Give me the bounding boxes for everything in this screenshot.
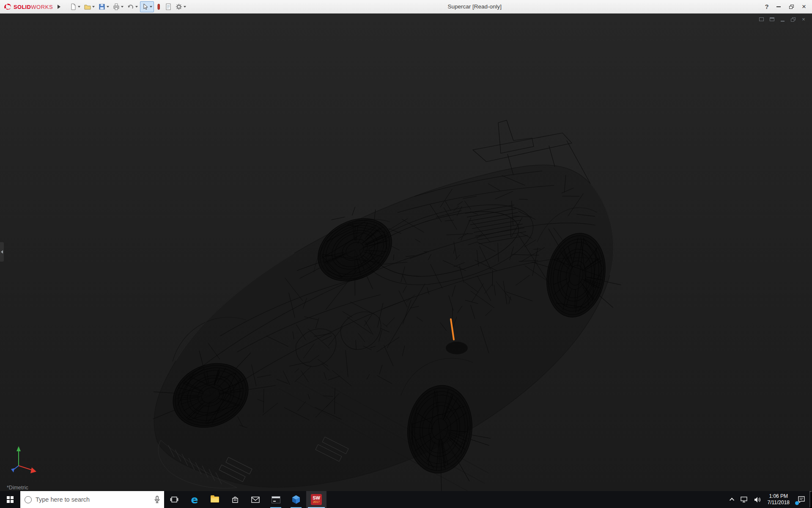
close-button[interactable]: × — [798, 0, 810, 13]
dropdown-caret-icon — [78, 6, 80, 8]
graphics-area[interactable]: × *Dimetric — [0, 14, 812, 491]
dropdown-caret-icon — [150, 6, 152, 8]
open-document-button[interactable] — [82, 1, 96, 12]
store-bag-icon — [231, 496, 239, 503]
ds-logo-icon — [3, 3, 12, 11]
mail-envelope-icon — [251, 497, 260, 503]
restore-button[interactable] — [785, 0, 798, 13]
start-button[interactable] — [0, 491, 20, 508]
dropdown-caret-icon — [121, 6, 123, 8]
task-view-button[interactable] — [164, 491, 184, 508]
show-desktop-button[interactable] — [809, 491, 812, 508]
taskbar-solidworks-button[interactable]: SW 2017 — [306, 491, 326, 508]
undo-icon — [127, 3, 134, 11]
window-icon — [770, 17, 774, 21]
new-document-button[interactable] — [68, 1, 82, 12]
network-icon — [740, 497, 748, 503]
dropdown-caret-icon — [184, 6, 186, 8]
network-tray-button[interactable] — [737, 491, 751, 508]
options-button[interactable] — [174, 1, 188, 12]
save-icon — [98, 3, 106, 11]
open-folder-icon — [84, 3, 91, 11]
windows-logo-icon — [7, 496, 14, 503]
gear-icon — [175, 3, 183, 11]
print-icon — [112, 3, 120, 11]
select-tool-button[interactable] — [140, 1, 154, 12]
taskbar-terminal-button[interactable] — [266, 491, 286, 508]
undo-button[interactable] — [126, 1, 140, 12]
file-properties-button[interactable] — [163, 1, 173, 12]
dropdown-caret-icon — [92, 6, 95, 8]
print-button[interactable] — [111, 1, 125, 12]
quick-access-toolbar — [68, 1, 188, 12]
taskbar-file-explorer-button[interactable] — [205, 491, 225, 508]
doc-window-button[interactable] — [768, 16, 775, 22]
task-pane-collapse-tab[interactable] — [0, 242, 4, 262]
doc-close-button[interactable]: × — [800, 16, 807, 22]
appearance-pill-icon — [156, 3, 162, 11]
shadow-blob — [446, 342, 468, 354]
chevron-left-icon — [1, 250, 3, 254]
minimize-icon — [781, 21, 785, 22]
menu-flyout-button[interactable] — [55, 2, 62, 11]
task-view-icon — [170, 496, 178, 503]
doc-window-button[interactable] — [758, 16, 765, 22]
system-tray: 1:06 PM 7/11/2018 — [728, 491, 812, 508]
taskbar-3d-app-button[interactable] — [286, 491, 306, 508]
new-document-icon — [69, 3, 77, 11]
sw-label: SW — [313, 496, 320, 500]
windows-taskbar: e SW 2017 — [0, 491, 812, 508]
appearance-button[interactable] — [154, 1, 163, 12]
brand-text: SOLIDWORKS — [14, 3, 53, 11]
search-input[interactable] — [36, 496, 151, 503]
save-button[interactable] — [97, 1, 111, 12]
cortana-icon — [25, 496, 32, 503]
volume-icon — [754, 497, 761, 503]
doc-restore-button[interactable] — [790, 16, 796, 22]
orientation-triad — [5, 444, 46, 479]
file-properties-icon — [165, 3, 172, 11]
clock-date: 7/11/2018 — [768, 500, 790, 506]
titlebar: SOLIDWORKS — [0, 0, 812, 14]
dropdown-caret-icon — [107, 6, 109, 8]
taskbar-search[interactable] — [20, 491, 164, 508]
minimize-icon — [776, 6, 781, 7]
flyout-arrow-icon — [58, 5, 60, 9]
car-wireframe — [0, 14, 812, 491]
minimize-button[interactable] — [772, 0, 785, 13]
action-center-icon — [798, 496, 805, 503]
terminal-window-icon — [272, 496, 280, 503]
restore-icon — [791, 17, 796, 22]
select-cursor-icon — [141, 3, 149, 11]
cube-3d-icon — [291, 495, 301, 504]
hidden-icons-button[interactable] — [728, 491, 737, 508]
solidworks-app-icon: SW 2017 — [311, 494, 322, 505]
taskbar-edge-button[interactable]: e — [184, 491, 205, 508]
sw-year: 2017 — [313, 500, 320, 504]
notification-badge — [795, 501, 799, 505]
chevron-up-icon — [729, 498, 734, 502]
document-title: Supercar [Read-only] — [188, 3, 761, 10]
taskbar-store-button[interactable] — [225, 491, 245, 508]
brand-works: WORKS — [31, 4, 53, 10]
action-center-button[interactable] — [793, 491, 809, 508]
edge-icon: e — [191, 494, 198, 505]
window-icon — [759, 17, 764, 21]
restore-icon — [789, 5, 794, 9]
volume-tray-button[interactable] — [751, 491, 764, 508]
microphone-icon[interactable] — [154, 496, 160, 503]
taskbar-mail-button[interactable] — [245, 491, 266, 508]
close-icon: × — [802, 17, 805, 22]
close-icon: × — [802, 3, 806, 10]
help-button[interactable]: ? — [761, 0, 772, 13]
doc-minimize-button[interactable] — [779, 16, 786, 22]
dropdown-caret-icon — [135, 6, 138, 8]
brand-solid: SOLID — [14, 4, 31, 10]
document-window-controls: × — [758, 16, 807, 22]
clock-time: 1:06 PM — [769, 493, 788, 500]
view-orientation-label: *Dimetric — [7, 485, 28, 491]
taskbar-clock[interactable]: 1:06 PM 7/11/2018 — [764, 491, 794, 508]
solidworks-logo: SOLIDWORKS — [2, 3, 55, 11]
window-controls: ? × — [761, 0, 810, 13]
file-explorer-icon — [211, 497, 219, 502]
